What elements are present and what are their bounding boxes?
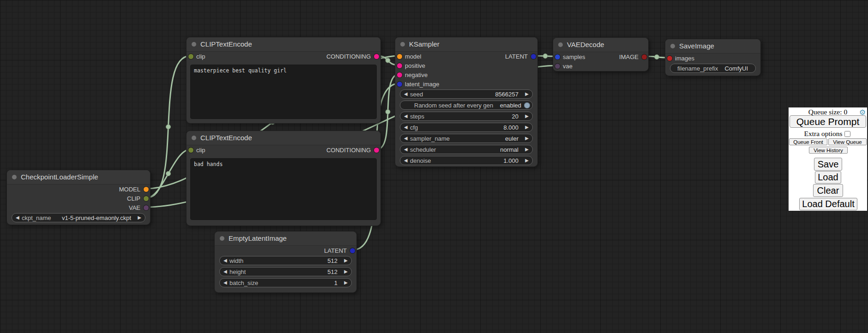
widget-value: ComfyUI <box>724 65 748 72</box>
widget-value: 512 <box>327 257 338 264</box>
widget-right-arrow[interactable]: ▶ <box>525 91 529 97</box>
input-port-model: model <box>395 52 466 61</box>
input-port-vae: vae <box>553 61 601 71</box>
node-titlebar-clip-negative[interactable]: CLIPTextEncode <box>187 131 380 145</box>
widget-right-arrow[interactable]: ▶ <box>344 257 348 264</box>
output-dot-MODEL[interactable] <box>144 187 149 192</box>
node-collapse-dot[interactable] <box>12 175 17 179</box>
queue-front-button[interactable]: Queue Front <box>789 138 827 145</box>
widget-right-arrow[interactable]: ▶ <box>525 157 529 164</box>
widget-height[interactable]: ◀▶height512 <box>219 267 352 276</box>
graph-canvas[interactable]: CheckpointLoaderSimpleMODELCLIPVAE◀▶ckpt… <box>0 0 868 333</box>
widget-sampler-name[interactable]: ◀▶sampler_nameeuler <box>400 134 533 143</box>
node-saveimage: SaveImageimagesfilename_prefixComfyUI <box>665 39 761 76</box>
widget-width[interactable]: ◀▶width512 <box>219 256 352 265</box>
input-dot-samples[interactable] <box>555 54 560 59</box>
widget-label: scheduler <box>410 146 436 153</box>
output-dot-IMAGE[interactable] <box>642 54 647 59</box>
widget-left-arrow[interactable]: ◀ <box>404 157 408 164</box>
input-dot-clip[interactable] <box>188 54 193 59</box>
input-label-clip: clip <box>196 53 205 60</box>
save-button[interactable]: Save <box>814 158 842 171</box>
output-dot-LATENT[interactable] <box>350 248 355 253</box>
toggle-knob[interactable] <box>524 102 530 108</box>
widget-left-arrow[interactable]: ◀ <box>404 135 408 142</box>
output-port-MODEL: MODEL <box>78 184 150 194</box>
widget-ckpt-name[interactable]: ◀▶ckpt_namev1-5-pruned-emaonly.ckpt <box>12 213 145 222</box>
widget-right-arrow[interactable]: ▶ <box>525 146 529 153</box>
prompt-textarea[interactable]: masterpiece best quality girl <box>190 65 377 119</box>
output-port-CONDITIONING: CONDITIONING <box>283 145 380 155</box>
node-emptylatent: EmptyLatentImageLATENT◀▶width512◀▶height… <box>214 231 357 293</box>
input-dot-model[interactable] <box>397 54 402 59</box>
node-titlebar-emptylatent[interactable]: EmptyLatentImage <box>215 232 356 246</box>
output-port-IMAGE: IMAGE <box>601 52 648 61</box>
widget-value: v1-5-pruned-emaonly.ckpt <box>62 214 131 221</box>
input-label-latent_image: latent_image <box>405 81 439 88</box>
queue-prompt-button[interactable]: Queue Prompt <box>790 115 866 128</box>
widget-left-arrow[interactable]: ◀ <box>16 214 19 221</box>
view-queue-button[interactable]: View Queue <box>828 138 867 145</box>
widget-label: Random seed after every gen <box>414 102 493 109</box>
load-default-button[interactable]: Load Default <box>799 198 857 210</box>
node-titlebar-saveimage[interactable]: SaveImage <box>665 39 760 54</box>
input-dot-images[interactable] <box>667 56 672 61</box>
node-titlebar-ksampler[interactable]: KSampler <box>395 37 537 52</box>
widget-batch-size[interactable]: ◀▶batch_size1 <box>219 278 352 287</box>
output-dot-CONDITIONING[interactable] <box>374 148 379 153</box>
widget-left-arrow[interactable]: ◀ <box>404 91 408 97</box>
widget-left-arrow[interactable]: ◀ <box>404 146 408 153</box>
widget-denoise[interactable]: ◀▶denoise1.000 <box>400 156 533 165</box>
widget-random-seed-after-every-gen[interactable]: Random seed after every genenabled <box>400 101 533 110</box>
node-collapse-dot[interactable] <box>192 136 196 140</box>
widget-label: seed <box>410 91 423 98</box>
node-collapse-dot[interactable] <box>558 42 563 47</box>
node-titlebar-clip-positive[interactable]: CLIPTextEncode <box>187 37 380 52</box>
widget-value: euler <box>505 135 518 142</box>
input-dot-positive[interactable] <box>397 63 402 68</box>
widget-right-arrow[interactable]: ▶ <box>344 279 348 286</box>
output-dot-CLIP[interactable] <box>144 196 149 201</box>
clear-button[interactable]: Clear <box>813 184 843 197</box>
node-collapse-dot[interactable] <box>670 44 675 48</box>
extra-options-checkbox[interactable] <box>844 131 850 137</box>
widget-filename-prefix[interactable]: filename_prefixComfyUI <box>670 64 756 73</box>
load-button[interactable]: Load <box>815 171 841 184</box>
input-dot-vae[interactable] <box>555 64 560 69</box>
output-port-CONDITIONING: CONDITIONING <box>283 52 380 61</box>
widget-label: denoise <box>410 157 431 164</box>
extra-options-label: Extra options <box>804 130 842 137</box>
output-dot-VAE[interactable] <box>144 205 149 210</box>
widget-left-arrow[interactable]: ◀ <box>404 124 408 131</box>
widget-right-arrow[interactable]: ▶ <box>525 135 529 142</box>
view-history-button[interactable]: View History <box>809 147 848 154</box>
widget-cfg[interactable]: ◀▶cfg8.000 <box>400 123 533 132</box>
widget-steps[interactable]: ◀▶steps20 <box>400 112 533 121</box>
output-port-LATENT: LATENT <box>286 246 357 255</box>
widget-seed[interactable]: ◀▶seed8566257 <box>400 89 533 99</box>
node-collapse-dot[interactable] <box>192 42 196 47</box>
input-dot-negative[interactable] <box>397 72 402 77</box>
node-title-label: VAEDecode <box>567 41 604 48</box>
widget-right-arrow[interactable]: ▶ <box>344 268 348 275</box>
output-label-CONDITIONING: CONDITIONING <box>326 147 371 154</box>
input-dot-clip[interactable] <box>188 148 193 153</box>
widget-right-arrow[interactable]: ▶ <box>525 124 529 131</box>
node-collapse-dot[interactable] <box>400 42 405 47</box>
widget-right-arrow[interactable]: ▶ <box>138 214 141 221</box>
node-titlebar-vaedecode[interactable]: VAEDecode <box>553 38 648 52</box>
widget-left-arrow[interactable]: ◀ <box>404 113 408 119</box>
widget-left-arrow[interactable]: ◀ <box>223 257 227 264</box>
widget-left-arrow[interactable]: ◀ <box>223 279 227 286</box>
prompt-textarea[interactable]: bad hands <box>190 158 377 220</box>
extra-options-row: Extra options <box>789 130 867 138</box>
widget-left-arrow[interactable]: ◀ <box>223 268 227 275</box>
output-dot-LATENT[interactable] <box>531 54 536 59</box>
output-dot-CONDITIONING[interactable] <box>374 54 379 59</box>
node-collapse-dot[interactable] <box>220 236 224 241</box>
widget-scheduler[interactable]: ◀▶schedulernormal <box>400 145 533 154</box>
input-dot-latent_image[interactable] <box>397 82 402 87</box>
node-clip-negative: CLIPTextEncodeclipCONDITIONINGbad hands <box>186 131 381 226</box>
node-titlebar-checkpoint[interactable]: CheckpointLoaderSimple <box>7 170 150 184</box>
widget-right-arrow[interactable]: ▶ <box>525 113 529 119</box>
